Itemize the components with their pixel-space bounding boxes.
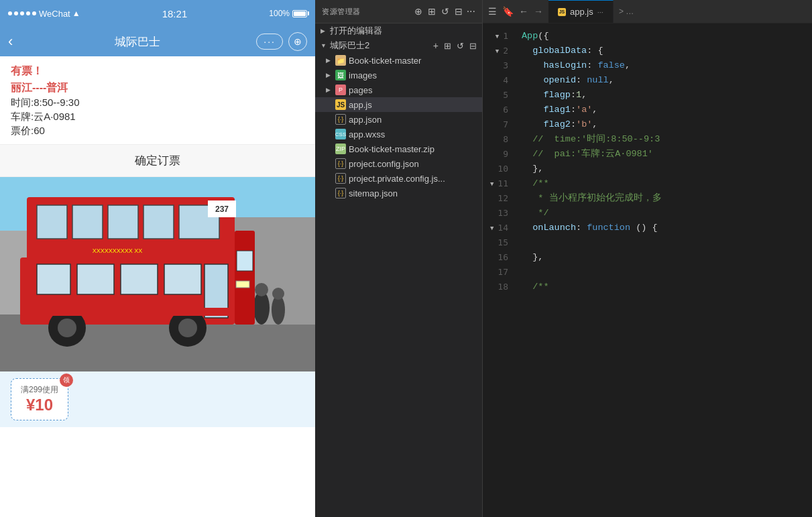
line-6: 6 xyxy=(483,103,516,117)
folder-images[interactable]: ▶ 🖼 images xyxy=(315,68,482,82)
back-button[interactable]: ‹ xyxy=(8,33,13,50)
folder-pages[interactable]: ▶ P pages xyxy=(315,82,482,97)
hamburger-icon[interactable]: ☰ xyxy=(488,6,497,17)
refresh-tree-icon[interactable]: ↺ xyxy=(457,41,464,51)
explorer-tree: ▶ 打开的编辑器 ▼ 城际巴士2 + ⊞ ↺ ⊟ ▶ 📁 Book-ticket… xyxy=(315,23,482,517)
line-8: 8 xyxy=(483,132,516,147)
line-18: 18 xyxy=(483,280,516,294)
line-11: ▼11 xyxy=(483,176,516,191)
file-zip[interactable]: ZIP Book-ticket-master.zip xyxy=(315,141,482,156)
ticket-info: 有票！ 丽江----普洱 时间:8:50--9:30 车牌:云A·0981 票价… xyxy=(0,56,315,144)
line-17: 17 xyxy=(483,265,516,280)
explorer-panel: 资源管理器 ⊕ ⊞ ↺ ⊟ ··· ▶ 打开的编辑器 ▼ 城际巴士2 + ⊞ ↺… xyxy=(315,0,483,517)
line-13: 13 xyxy=(483,206,516,221)
file-app-wxss[interactable]: CSS app.wxss xyxy=(315,127,482,141)
coupon-ticket[interactable]: 满299使用 ¥10 领 xyxy=(11,378,68,420)
coupon-currency: ¥ xyxy=(26,396,35,414)
svg-rect-11 xyxy=(143,205,174,239)
images-folder-icon: 🖼 xyxy=(335,70,346,80)
explorer-title: 资源管理器 xyxy=(322,7,410,17)
new-file-icon[interactable]: ⊕ xyxy=(414,6,422,17)
svg-text:237: 237 xyxy=(215,205,229,214)
line-numbers: ▼1 ▼2 3 4 5 6 7 8 9 10 ▼11 12 13 ▼14 15 … xyxy=(483,23,516,517)
carrier-label: WeChat xyxy=(39,9,70,19)
folder-arrow: ▶ xyxy=(326,57,333,64)
folder-add-icon[interactable]: ⊞ xyxy=(444,41,451,51)
images-label: images xyxy=(349,70,377,80)
collapse-tree-icon[interactable]: ⊟ xyxy=(469,41,477,51)
svg-rect-30 xyxy=(20,308,235,316)
bookmark-icon[interactable]: 🔖 xyxy=(502,6,514,17)
tab-dots: ··· xyxy=(597,8,603,16)
line-1: ▼1 xyxy=(483,29,516,44)
nav-actions: ··· ⊕ xyxy=(256,32,307,51)
folder-book-ticket[interactable]: ▶ 📁 Book-ticket-master xyxy=(315,53,482,68)
fold-1[interactable]: ▼ xyxy=(492,29,499,44)
file-app-json[interactable]: {·} app.json xyxy=(315,112,482,127)
section-arrow-open: ▶ xyxy=(321,27,327,34)
wxss-icon: CSS xyxy=(335,129,346,139)
fold-11[interactable]: ▼ xyxy=(487,176,494,191)
svg-rect-32 xyxy=(237,251,253,271)
zip-icon: ZIP xyxy=(335,143,346,154)
more-options-button[interactable]: ··· xyxy=(256,34,283,50)
coupon-badge[interactable]: 领 xyxy=(60,374,73,387)
svg-rect-9 xyxy=(72,205,103,239)
json-icon-4: {·} xyxy=(335,188,346,198)
code-line-5: flagp:1, xyxy=(516,88,812,103)
code-line-4: openid: null, xyxy=(516,73,812,88)
line-16: 16 xyxy=(483,250,516,265)
share-button[interactable]: ⊕ xyxy=(288,32,307,51)
tab-js-icon: JS xyxy=(558,8,566,16)
add-icon[interactable]: + xyxy=(433,40,439,51)
coupon-condition: 满299使用 xyxy=(21,384,58,396)
undo-icon[interactable]: ← xyxy=(519,6,528,17)
bus-image: 237 XXXXXXXXXX XX xyxy=(0,177,315,371)
phone-panel: WeChat ▲ 18:21 100% ‹ 城际巴士 ··· ⊕ 有票！ 丽江-… xyxy=(0,0,315,517)
code-line-13: */ xyxy=(516,206,812,221)
code-area: ▼1 ▼2 3 4 5 6 7 8 9 10 ▼11 12 13 ▼14 15 … xyxy=(483,23,812,517)
code-line-6: flag1:'a', xyxy=(516,103,812,117)
project-section[interactable]: ▼ 城际巴士2 + ⊞ ↺ ⊟ xyxy=(315,38,482,53)
explorer-header: 资源管理器 ⊕ ⊞ ↺ ⊟ ··· xyxy=(315,0,482,23)
file-project-config[interactable]: {·} project.config.json xyxy=(315,156,482,171)
code-line-3: hasLogin: false, xyxy=(516,58,812,73)
folder-arrow-images: ▶ xyxy=(326,72,333,78)
svg-text:XXXXXXXXXX XX: XXXXXXXXXX XX xyxy=(93,247,143,254)
fold-14[interactable]: ▼ xyxy=(487,221,494,235)
editor-tab-appjs[interactable]: JS app.js ··· xyxy=(548,0,614,23)
new-folder-icon[interactable]: ⊞ xyxy=(428,6,436,17)
phone-status-bar: WeChat ▲ 18:21 100% xyxy=(0,0,315,27)
js-file-icon: JS xyxy=(335,99,346,110)
code-line-8: // time:'时间:8:50--9:3 xyxy=(516,132,812,147)
line-4: 4 xyxy=(483,73,516,88)
svg-point-25 xyxy=(178,319,197,337)
line-15: 15 xyxy=(483,235,516,250)
refresh-icon[interactable]: ↺ xyxy=(441,6,449,17)
nav-title: 城际巴士 xyxy=(18,34,256,50)
fold-2[interactable]: ▼ xyxy=(492,44,499,58)
open-editors-section[interactable]: ▶ 打开的编辑器 xyxy=(315,23,482,38)
collapse-icon[interactable]: ⊟ xyxy=(455,6,463,17)
file-sitemap[interactable]: {·} sitemap.json xyxy=(315,186,482,200)
app-json-label: app.json xyxy=(349,115,382,125)
folder-icon: 📁 xyxy=(335,55,346,66)
project-label: 城际巴士2 xyxy=(330,40,369,52)
code-content[interactable]: App({ globalData: { hasLogin: false, ope… xyxy=(516,23,812,517)
plate-label: 车牌:云A·0981 xyxy=(11,111,304,123)
redo-icon[interactable]: → xyxy=(534,6,543,17)
code-line-11: /** xyxy=(516,176,812,191)
status-time: 18:21 xyxy=(80,8,270,19)
file-project-private[interactable]: {·} project.private.config.js... xyxy=(315,171,482,186)
code-line-17 xyxy=(516,265,812,280)
confirm-button-area[interactable]: 确定订票 xyxy=(0,144,315,177)
line-9: 9 xyxy=(483,147,516,162)
file-app-js[interactable]: JS app.js xyxy=(315,97,482,112)
svg-rect-10 xyxy=(108,205,138,239)
coupon-area: 满299使用 ¥10 领 xyxy=(0,371,315,427)
project-private-label: project.private.config.js... xyxy=(349,174,445,184)
code-line-12: * 当小程序初始化完成时，多 xyxy=(516,191,812,206)
explorer-more-icon[interactable]: ··· xyxy=(467,5,475,17)
battery-icon xyxy=(292,10,307,17)
battery-area: 100% xyxy=(269,9,307,18)
